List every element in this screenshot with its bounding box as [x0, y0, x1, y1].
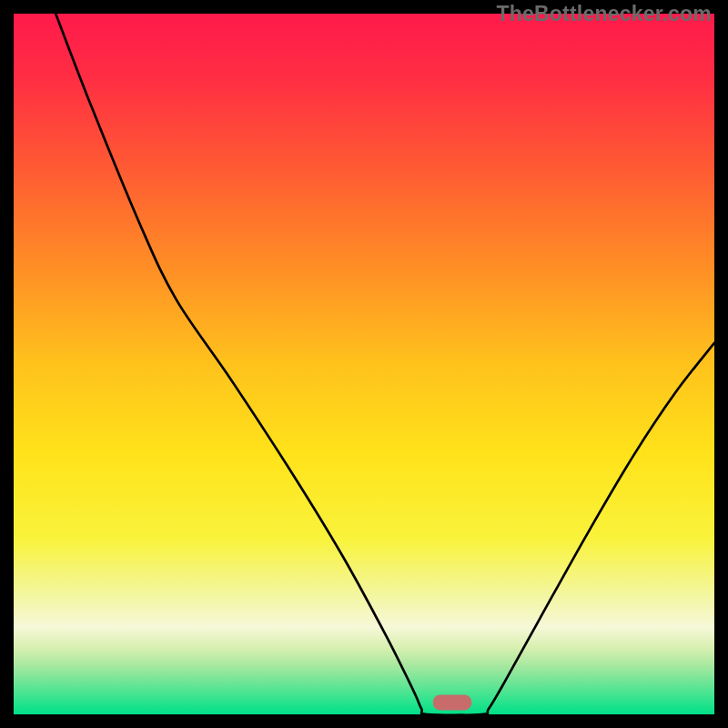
chart-frame: TheBottlenecker.com — [0, 0, 728, 728]
watermark-label: TheBottlenecker.com — [497, 2, 712, 26]
gradient-background — [14, 14, 714, 714]
bottleneck-chart — [14, 14, 714, 714]
chart-plot-area — [14, 14, 714, 714]
optimal-marker — [433, 694, 471, 710]
